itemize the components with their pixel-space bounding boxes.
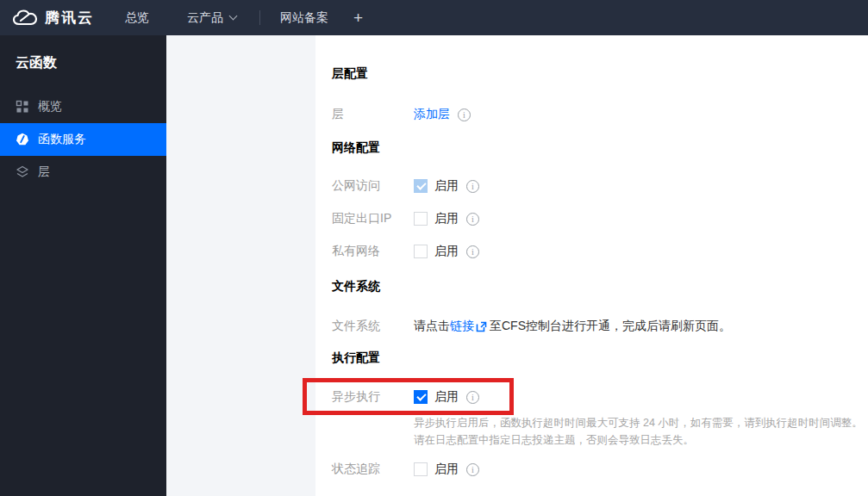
top-nav: 腾讯云 总览 云产品 网站备案 + bbox=[0, 0, 868, 35]
chevron-down-icon bbox=[229, 12, 238, 21]
brand-name: 腾讯云 bbox=[45, 8, 94, 28]
private-network-row: 私有网络 启用 bbox=[332, 244, 868, 259]
fs-text-before: 请点击 bbox=[414, 319, 450, 334]
sidebar-item-overview[interactable]: 概览 bbox=[0, 90, 166, 123]
file-system-label: 文件系统 bbox=[332, 319, 414, 334]
sidebar-item-label: 函数服务 bbox=[38, 132, 86, 147]
secondary-panel bbox=[166, 35, 315, 496]
section-title-execution-config: 执行配置 bbox=[332, 351, 868, 363]
info-icon[interactable] bbox=[466, 463, 479, 476]
status-tracking-checkbox[interactable] bbox=[414, 462, 428, 476]
info-icon[interactable] bbox=[466, 245, 479, 258]
async-execution-row: 异步执行 启用 bbox=[332, 388, 868, 406]
section-title-file-system: 文件系统 bbox=[332, 280, 868, 292]
enable-label: 启用 bbox=[434, 462, 459, 477]
nav-item-cloud-products[interactable]: 云产品 bbox=[187, 10, 236, 26]
enable-label: 启用 bbox=[434, 244, 459, 259]
nav-item-overview[interactable]: 总览 bbox=[125, 10, 149, 26]
tencent-cloud-logo[interactable]: 腾讯云 bbox=[12, 8, 94, 28]
async-execution-help-text: 异步执行启用后，函数执行超时时间最大可支持 24 小时，如有需要，请到执行超时时… bbox=[414, 414, 868, 449]
sidebar-title: 云函数 bbox=[0, 35, 166, 72]
async-execution-label: 异步执行 bbox=[332, 389, 414, 405]
help-line-1: 异步执行启用后，函数执行超时时间最大可支持 24 小时，如有需要，请到执行超时时… bbox=[414, 414, 868, 431]
section-title-layer-config: 层配置 bbox=[332, 67, 868, 79]
section-title-network-config: 网络配置 bbox=[332, 141, 868, 153]
layer-row: 层 添加层 bbox=[332, 107, 868, 122]
public-access-label: 公网访问 bbox=[332, 178, 414, 194]
fixed-egress-ip-row: 固定出口IP 启用 bbox=[332, 211, 868, 226]
fixed-egress-ip-label: 固定出口IP bbox=[332, 211, 414, 226]
private-network-checkbox[interactable] bbox=[414, 245, 428, 258]
nav-add-button[interactable]: + bbox=[353, 9, 363, 26]
nav-item-cloud-products-label: 云产品 bbox=[187, 10, 223, 26]
external-link-icon[interactable] bbox=[476, 321, 487, 332]
cloud-logo-icon bbox=[12, 9, 38, 28]
help-line-2: 请在日志配置中指定日志投递主题，否则会导致日志丢失。 bbox=[414, 431, 868, 449]
function-icon bbox=[16, 133, 29, 146]
async-execution-checkbox[interactable] bbox=[414, 390, 428, 404]
public-access-checkbox[interactable] bbox=[414, 179, 428, 193]
info-icon[interactable] bbox=[466, 180, 479, 193]
info-icon[interactable] bbox=[466, 213, 479, 226]
status-tracking-label: 状态追踪 bbox=[332, 462, 414, 477]
public-access-row: 公网访问 启用 bbox=[332, 178, 868, 194]
main-content: 层配置 层 添加层 网络配置 公网访问 启用 固定出口IP 启用 bbox=[315, 35, 868, 496]
nav-item-icp-filing[interactable]: 网站备案 bbox=[280, 10, 328, 26]
enable-label: 启用 bbox=[434, 211, 459, 226]
private-network-label: 私有网络 bbox=[332, 244, 414, 259]
layer-label: 层 bbox=[332, 107, 414, 122]
info-icon[interactable] bbox=[458, 108, 471, 121]
layers-icon bbox=[16, 165, 29, 179]
cfs-console-link[interactable]: 链接 bbox=[450, 319, 474, 334]
enable-label: 启用 bbox=[434, 389, 459, 405]
nav-divider bbox=[259, 10, 260, 25]
status-tracking-row: 状态追踪 启用 bbox=[332, 462, 868, 477]
add-layer-link[interactable]: 添加层 bbox=[414, 107, 450, 122]
fs-text-after: 至CFS控制台进行开通，完成后请刷新页面。 bbox=[490, 319, 731, 334]
file-system-row: 文件系统 请点击 链接 至CFS控制台进行开通，完成后请刷新页面。 bbox=[332, 319, 868, 334]
sidebar-item-layers[interactable]: 层 bbox=[0, 156, 166, 189]
info-icon[interactable] bbox=[466, 391, 479, 404]
sidebar-item-label: 层 bbox=[38, 164, 50, 180]
sidebar: 云函数 概览 bbox=[0, 35, 166, 496]
sidebar-item-function-service[interactable]: 函数服务 bbox=[0, 123, 166, 156]
sidebar-item-label: 概览 bbox=[38, 99, 62, 115]
overview-grid-icon bbox=[16, 100, 29, 114]
fixed-egress-ip-checkbox[interactable] bbox=[414, 212, 428, 226]
enable-label: 启用 bbox=[434, 178, 459, 194]
